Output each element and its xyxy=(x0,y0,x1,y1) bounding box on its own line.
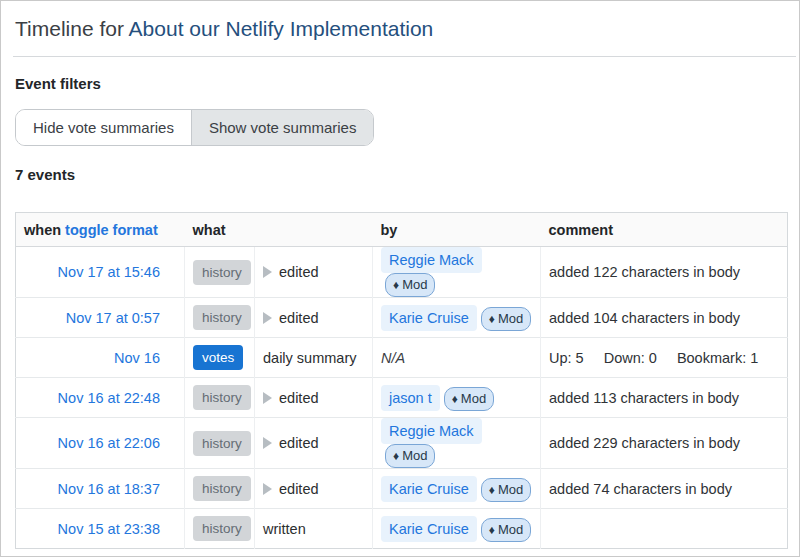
event-verb: daily summary xyxy=(263,350,356,366)
event-date-link[interactable]: Nov 16 xyxy=(114,350,160,366)
event-verb: edited xyxy=(279,390,319,406)
mod-diamond-icon: ♦ xyxy=(489,312,495,326)
bookmark-count: Bookmark: 1 xyxy=(677,350,758,366)
page-title-prefix: Timeline for xyxy=(15,17,129,40)
mod-badge: ♦Mod xyxy=(444,387,494,411)
mod-badge-label: Mod xyxy=(461,391,486,406)
history-badge: history xyxy=(193,260,251,285)
mod-badge: ♦Mod xyxy=(481,307,531,331)
expand-arrow-icon[interactable] xyxy=(263,312,272,324)
hide-vote-summaries-button[interactable]: Hide vote summaries xyxy=(16,110,191,145)
mod-diamond-icon: ♦ xyxy=(393,449,399,463)
user-link[interactable]: Reggie Mack xyxy=(381,418,482,444)
show-vote-summaries-button[interactable]: Show vote summaries xyxy=(191,110,374,145)
event-date-link[interactable]: Nov 17 at 0:57 xyxy=(66,310,160,326)
event-verb: edited xyxy=(279,264,319,280)
event-comment: added 229 characters in body xyxy=(541,418,788,469)
column-header-by: by xyxy=(373,213,541,247)
events-count: 7 events xyxy=(15,166,785,183)
mod-diamond-icon: ♦ xyxy=(452,392,458,406)
table-row: Nov 17 at 0:57 history edited Karie Crui… xyxy=(16,298,788,338)
toggle-format-link[interactable]: toggle format xyxy=(65,222,158,238)
table-row: Nov 17 at 15:46 history edited Reggie Ma… xyxy=(16,247,788,298)
column-header-what: what xyxy=(185,213,373,247)
expand-arrow-icon[interactable] xyxy=(263,266,272,278)
mod-badge: ♦Mod xyxy=(481,478,531,502)
timeline-page: Timeline for About our Netlify Implement… xyxy=(0,0,800,557)
history-badge: history xyxy=(193,476,251,501)
mod-badge-label: Mod xyxy=(402,277,427,292)
mod-badge-label: Mod xyxy=(498,311,523,326)
table-row: Nov 16 at 18:37 history edited Karie Cru… xyxy=(16,469,788,509)
page-title: Timeline for About our Netlify Implement… xyxy=(15,15,785,42)
event-comment xyxy=(541,509,788,549)
event-date-link[interactable]: Nov 15 at 23:38 xyxy=(58,521,160,537)
up-votes-count: Up: 5 xyxy=(549,350,584,366)
event-comment: added 113 characters in body xyxy=(541,378,788,418)
event-date-link[interactable]: Nov 16 at 22:06 xyxy=(58,435,160,451)
event-verb: edited xyxy=(279,481,319,497)
event-date-link[interactable]: Nov 16 at 18:37 xyxy=(58,481,160,497)
expand-arrow-icon[interactable] xyxy=(263,392,272,404)
table-row: Nov 16 at 22:06 history edited Reggie Ma… xyxy=(16,418,788,469)
table-header-row: when toggle format what by comment xyxy=(16,213,788,247)
history-badge: history xyxy=(193,516,251,541)
mod-badge-label: Mod xyxy=(402,448,427,463)
event-verb: written xyxy=(263,521,306,537)
mod-badge: ♦Mod xyxy=(385,444,435,468)
history-badge: history xyxy=(193,305,251,330)
when-header-label: when xyxy=(24,222,61,238)
votes-badge: votes xyxy=(193,345,243,370)
table-row: Nov 15 at 23:38 history written Karie Cr… xyxy=(16,509,788,549)
event-date-link[interactable]: Nov 16 at 22:48 xyxy=(58,390,160,406)
down-votes-count: Down: 0 xyxy=(604,350,657,366)
vote-summary-filter-group: Hide vote summaries Show vote summaries xyxy=(15,109,374,146)
column-header-when: when toggle format xyxy=(16,213,185,247)
mod-diamond-icon: ♦ xyxy=(489,523,495,537)
table-row: Nov 16 votes daily summary N/A Up: 5Down… xyxy=(16,338,788,378)
content: Event filters Hide vote summaries Show v… xyxy=(1,75,799,549)
event-comment: added 122 characters in body xyxy=(541,247,788,298)
column-header-comment: comment xyxy=(541,213,788,247)
user-link[interactable]: Karie Cruise xyxy=(381,476,477,502)
expand-arrow-icon[interactable] xyxy=(263,483,272,495)
vote-summary: Up: 5Down: 0Bookmark: 1 xyxy=(541,338,788,378)
mod-badge-label: Mod xyxy=(498,522,523,537)
user-link[interactable]: Reggie Mack xyxy=(381,247,482,273)
history-badge: history xyxy=(193,385,251,410)
event-comment: added 74 characters in body xyxy=(541,469,788,509)
mod-badge-label: Mod xyxy=(498,482,523,497)
table-row: Nov 16 at 22:48 history edited jason t♦M… xyxy=(16,378,788,418)
user-link[interactable]: jason t xyxy=(381,385,440,411)
mod-diamond-icon: ♦ xyxy=(489,483,495,497)
post-title-link[interactable]: About our Netlify Implementation xyxy=(129,17,434,40)
mod-diamond-icon: ♦ xyxy=(393,278,399,292)
mod-badge: ♦Mod xyxy=(385,273,435,297)
user-link[interactable]: Karie Cruise xyxy=(381,516,477,542)
event-date-link[interactable]: Nov 17 at 15:46 xyxy=(58,264,160,280)
user-link[interactable]: Karie Cruise xyxy=(381,305,477,331)
event-verb: edited xyxy=(279,310,319,326)
event-filters-heading: Event filters xyxy=(15,75,785,92)
history-badge: history xyxy=(193,431,251,456)
title-divider xyxy=(13,56,796,57)
mod-badge: ♦Mod xyxy=(481,518,531,542)
event-comment: added 104 characters in body xyxy=(541,298,788,338)
by-not-applicable: N/A xyxy=(381,350,405,366)
timeline-table: when toggle format what by comment Nov 1… xyxy=(15,212,788,549)
expand-arrow-icon[interactable] xyxy=(263,437,272,449)
event-verb: edited xyxy=(279,435,319,451)
